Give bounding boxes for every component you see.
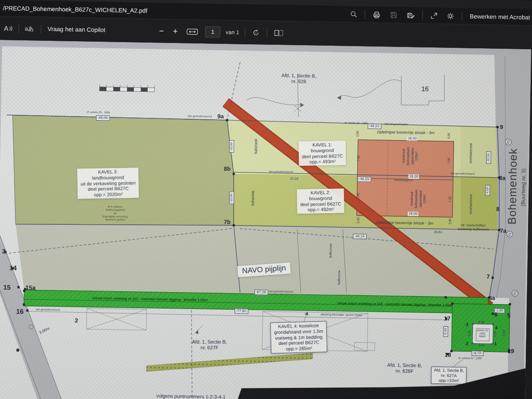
label-niet-gemod-2: niet gemoderniseerd [269,170,293,174]
point-14: 14 [9,264,17,272]
zoom-out-label: − [159,27,164,35]
settings-button[interactable] [445,10,456,21]
point-3-road: 3 [2,248,5,255]
point-2-parcel: 2 [75,317,78,324]
label-schets29-a: cf. schets 29 - 1966 [86,111,110,114]
meas-10-00-b: -10,00- [229,192,234,204]
meas-3-00-a: 3,00 [356,131,360,137]
zoom-page-controls: − + van 1 [157,19,285,45]
point-18: 18 [445,352,451,359]
meas-3-16-bot: 3,16 [478,344,485,348]
point-6a: 6a [489,294,495,301]
point-7b: 7b [224,219,231,226]
meas-3-16-top: 3,16 [478,321,485,325]
read-aloud-button[interactable]: A [2,23,15,34]
point-n3: 3 [466,322,468,327]
search-button[interactable] [348,9,359,20]
divider [365,10,365,19]
ask-copilot-button[interactable]: Vraag het aan Copilot [46,24,107,35]
meas-49-21: -49,21- [368,124,382,129]
save-button[interactable] [388,9,399,20]
divider [462,12,462,20]
point-8a: 8a [499,175,506,182]
meas-9-72: -9,72- [472,351,484,356]
zoom-out-button[interactable]: − [157,25,166,37]
meas-23-18: 23,18 [290,176,298,180]
meas-77-82: -77,82- [235,308,249,313]
flag-f2: F2 [504,138,512,146]
sound-waves-icon [9,26,13,31]
label-navo: NAVO pijplijn [237,262,290,277]
label-afd-627a: Afd. 1, Sectie B, nr. 627A opp.=10m² [431,367,467,384]
label-bufferzone-2: bufferzone [337,270,341,285]
zoom-in-button[interactable]: + [171,25,180,37]
save-as-icon [407,12,415,19]
label-kavel-3: KAVEL 3: landbouwgrond uit de verkavelin… [77,168,139,199]
point-17: 17 [444,315,450,322]
gear-icon [447,12,454,20]
meas-7-00-a: 7,00 [357,155,361,161]
edit-acrobat-button[interactable]: Bewerken met Acrobat [468,11,532,23]
label-schets45: cf. schets 45 - 1929 [458,357,481,360]
meas-4-60: -4,60- [485,185,490,196]
read-aloud-label: A [4,24,8,32]
toolbar-right-group: Bewerken met Acrobat [348,8,532,23]
flag-f1: F1 [505,230,514,239]
meas-3-00-b: 3,00 [447,133,451,139]
fit-width-button[interactable] [185,26,200,37]
point-6: 6 [494,311,498,318]
meas-3-00-c: 3,00 [356,217,360,223]
label-tuinzone-2: tuinzone [250,191,256,206]
divider [19,24,19,33]
meas-5-64: 5,64 [502,330,506,336]
meas-3m-road: 3.00m [38,326,50,336]
meas-48-06: -48,06- [96,115,110,121]
meas-3-16-left: 3,16 [468,330,472,336]
label-agrar-note: af te splitsen landbouwgebied ifv tegeng… [102,205,128,222]
label-footpath-left: nieuw tracé voetweg nr.112 - voorstel ni… [92,296,207,302]
label-street-sub: (Buurtweg nr. 3) [520,168,527,207]
point-9: 9 [500,124,503,131]
label-kavel-1: KAVEL 1: bouwgrond deel perceel B627C op… [298,141,346,166]
translate-button[interactable]: aあ [23,23,36,34]
point-15a: 15a [25,284,36,292]
meas-7-00-d: 7,00 [448,196,452,203]
label-tuinzone-1: tuinzone [254,139,259,154]
pdf-filename: /PRECAD_Bohemenhoek_B627c_WICHELEN_A2.pd… [0,4,147,14]
page-input[interactable] [205,26,220,38]
label-niet-gemod-3: niet gemoderniseerd [450,172,475,176]
label-strook-bottom: zijdelingse bouwvrije strook - 3m [376,220,433,226]
label-afd-626: Afd. 1, Sectie B, nr. 626 [281,73,316,85]
point-15: 15 [3,283,11,292]
point-8: 8 [496,206,500,213]
fullscreen-button[interactable] [429,10,439,21]
label-afsluiting-bottom: afsluiting betonpaal - groene draad [321,313,362,317]
expand-icon [430,12,438,19]
label-buffer-note: cfr. voorschriften: bouwvrije bufferzone [458,223,489,231]
label-strook-top: zijdelingse bouwvrije strook - 3m [377,129,434,135]
label-niet-gemod-1: niet gemoderniseerd [188,115,212,118]
divider [266,28,267,37]
two-page-view-icon [274,30,283,36]
photographed-screen: /PRECAD_Bohemenhoek_B627c_WICHELEN_A2.pd… [0,0,532,399]
print-button[interactable] [371,9,383,20]
edit-acrobat-label: Bewerken met Acrobat [470,13,530,20]
search-icon [350,11,357,18]
label-puntnummers: volgens puntnummers 1-2-3-4-1 [156,393,226,399]
meas-49-20: -49,20- [357,176,372,182]
point-5: 5 [507,312,511,319]
meas-18-00-bot: 18,00 [408,211,419,216]
rotate-button[interactable] [250,27,261,38]
meas-18-00-top: 18,00 [407,136,418,141]
meas-7-00-c: 7,00 [447,158,451,164]
translate-label: aあ [25,24,34,32]
meas-6-40: -6,40- [443,326,448,336]
zoom-in-label: + [173,27,178,35]
page-view-button[interactable] [272,28,285,38]
label-scheidingsgevel: scheidingsgevel [394,179,413,182]
point-n4: 4 [495,325,497,331]
meas-7-00-b: 7,00 [356,193,360,199]
save-as-button[interactable] [405,9,417,20]
plan-labels: Afd. 1, Sectie B, nr. 626 16 cf. schets … [0,0,532,399]
label-footpath-right: nieuw tracé voetweg nr.112 - voorstel ni… [337,301,452,307]
